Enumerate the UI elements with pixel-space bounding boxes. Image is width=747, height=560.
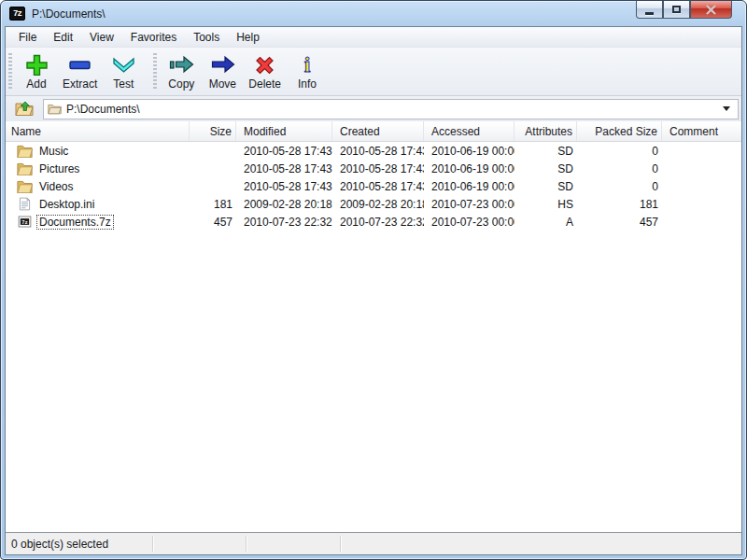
info-button[interactable]: i Info [287,51,328,91]
dropdown-arrow-icon[interactable] [723,106,730,111]
7zip-app-icon: 7z [9,7,25,21]
folder-up-icon [15,101,34,117]
ini-file-icon [17,197,33,211]
copy-arrow-icon [169,53,194,76]
add-plus-icon [24,53,49,76]
window-controls [636,1,732,19]
file-name: Music [37,145,70,158]
column-headers: Name Size Modified Created Accessed Attr… [6,121,741,142]
test-check-icon [111,53,136,76]
maximize-button[interactable] [663,1,690,19]
address-path[interactable]: P:\Documents\ [66,103,723,116]
svg-text:i: i [304,53,311,76]
toolbar-button-label: Copy [168,77,194,91]
status-bar: 0 object(s) selected [6,532,741,554]
toolbar-gripper[interactable] [8,53,12,91]
close-button[interactable] [690,1,732,19]
7zip-file-manager-window: 7z P:\Documents\ File Edit View Favorite… [0,0,747,560]
toolbar-group-archive: Add Extract Test [16,48,144,95]
file-name: Videos [37,180,75,193]
window-title: P:\Documents\ [32,7,106,21]
table-row[interactable]: Videos 2010-05-28 17:43 2010-05-28 17:43… [6,177,741,195]
table-row[interactable]: Pictures 2010-05-28 17:43 2010-05-28 17:… [6,160,741,177]
menu-edit[interactable]: Edit [45,29,81,46]
maximize-icon [672,6,681,13]
folder-icon [17,144,33,158]
file-name: Desktop.ini [37,198,96,211]
client-area: File Edit View Favorites Tools Help Add [5,26,742,555]
file-name: Documents.7z [37,216,113,229]
file-list: Name Size Modified Created Accessed Attr… [6,121,741,532]
toolbar-button-label: Move [209,77,236,91]
status-divider [246,536,247,552]
column-header-size[interactable]: Size [190,121,236,141]
folder-icon [17,179,33,193]
address-bar: P:\Documents\ [6,96,741,121]
table-row[interactable]: Desktop.ini 181 2009-02-28 20:18 2009-02… [6,195,741,213]
table-row[interactable]: Music 2010-05-28 17:43 2010-05-28 17:43 … [6,142,741,160]
file-list-body: Music 2010-05-28 17:43 2010-05-28 17:43 … [6,142,741,532]
selection-status: 0 object(s) selected [11,538,108,551]
copy-button[interactable]: Copy [161,51,202,91]
table-row[interactable]: 7z Documents.7z 457 2010-07-23 22:32 201… [6,213,741,231]
minimize-button[interactable] [636,1,663,19]
toolbar-button-label: Extract [63,77,97,91]
toolbar-button-label: Info [298,77,317,91]
delete-x-icon [253,53,276,76]
toolbar-button-label: Add [26,77,46,91]
menu-tools[interactable]: Tools [185,29,228,46]
toolbar-button-label: Delete [248,77,281,91]
info-icon: i [299,53,316,76]
extract-minus-icon [67,53,92,76]
add-button[interactable]: Add [16,51,57,91]
status-divider [152,536,153,552]
extract-button[interactable]: Extract [57,51,103,91]
delete-button[interactable]: Delete [243,51,287,91]
column-header-created[interactable]: Created [332,121,424,141]
menu-favorites[interactable]: Favorites [122,29,185,46]
move-button[interactable]: Move [202,51,243,91]
menu-file[interactable]: File [10,29,45,46]
folder-icon [17,161,33,175]
address-combo-box[interactable]: P:\Documents\ [43,99,739,119]
minimize-icon [645,12,654,15]
toolbar-gripper[interactable] [153,53,157,91]
test-button[interactable]: Test [103,51,144,91]
file-name: Pictures [37,162,81,175]
column-header-comment[interactable]: Comment [662,121,741,141]
toolbar: Add Extract Test [6,48,741,96]
parent-folder-button[interactable] [11,98,37,120]
7z-archive-icon: 7z [17,215,33,229]
column-header-modified[interactable]: Modified [236,121,332,141]
menu-bar: File Edit View Favorites Tools Help [6,27,741,48]
toolbar-group-file-ops: Copy Move Delete i [161,48,328,95]
close-icon [705,5,717,15]
toolbar-button-label: Test [113,77,134,91]
status-divider [340,536,341,552]
menu-help[interactable]: Help [228,29,268,46]
column-header-name[interactable]: Name [6,121,190,141]
folder-icon [48,103,62,115]
menu-view[interactable]: View [81,29,122,46]
svg-text:7z: 7z [21,219,28,226]
column-header-packed-size[interactable]: Packed Size [577,121,662,141]
title-bar[interactable]: 7z P:\Documents\ [1,1,746,26]
column-header-attributes[interactable]: Attributes [514,121,577,141]
move-arrow-icon [210,53,235,76]
column-header-accessed[interactable]: Accessed [424,121,514,141]
